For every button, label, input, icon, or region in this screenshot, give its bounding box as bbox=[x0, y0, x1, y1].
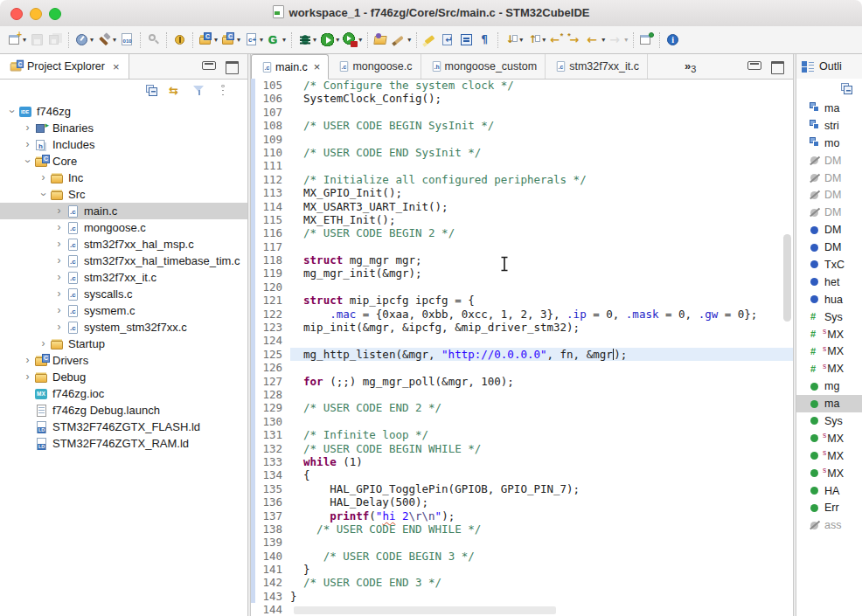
code-text[interactable]: } bbox=[290, 563, 793, 576]
outline-item-dm-5[interactable]: DM bbox=[796, 186, 862, 204]
code-text[interactable] bbox=[290, 388, 793, 401]
view-menu-icon[interactable] bbox=[216, 84, 230, 98]
tree-item-mongoose-c[interactable]: ›mongoose.c bbox=[0, 219, 247, 236]
outline-item-dm-8[interactable]: DM bbox=[796, 239, 862, 256]
outline-item-ma-17[interactable]: ma bbox=[796, 395, 862, 412]
line-number[interactable]: 111 bbox=[255, 159, 290, 172]
line-number[interactable]: 121 bbox=[255, 294, 290, 307]
outline-item-het-10[interactable]: het bbox=[796, 273, 862, 291]
maximize-view-icon[interactable] bbox=[771, 61, 784, 74]
code-text[interactable]: HAL_GPIO_TogglePin(GPIOB, GPIO_PIN_7); bbox=[290, 482, 793, 495]
dropdown-caret[interactable]: ▾ bbox=[113, 36, 116, 44]
new-c-project-button[interactable]: ▾ bbox=[197, 30, 219, 51]
dropdown-caret[interactable]: ▾ bbox=[407, 36, 411, 44]
highlight-button[interactable] bbox=[421, 30, 439, 51]
code-text[interactable] bbox=[290, 536, 793, 549]
code-text[interactable]: MX_ETH_Init(); bbox=[290, 213, 793, 226]
outline-item-stri-1[interactable]: stri bbox=[796, 117, 862, 135]
outline-item-ha-22[interactable]: HA bbox=[796, 482, 862, 500]
new-c-file-button[interactable]: ▾ bbox=[242, 30, 265, 51]
tree-item-f746zg-debug-launch[interactable]: f746zg Debug.launch bbox=[0, 402, 247, 419]
code-text[interactable] bbox=[290, 415, 793, 428]
expand-arrow[interactable]: › bbox=[52, 286, 66, 302]
tree-item-stm32f746zgtx-ram-ld[interactable]: STM32F746ZGTX_RAM.ld bbox=[0, 435, 247, 452]
line-number[interactable]: 107 bbox=[255, 106, 290, 119]
previous-edit-location-button[interactable] bbox=[547, 30, 566, 51]
dropdown-caret[interactable]: ▾ bbox=[90, 36, 94, 44]
expand-arrow[interactable]: › bbox=[21, 120, 34, 136]
expand-arrow[interactable]: › bbox=[52, 253, 66, 269]
code-text[interactable] bbox=[290, 106, 793, 119]
expand-arrow[interactable]: › bbox=[37, 170, 50, 186]
link-with-editor-icon[interactable] bbox=[169, 84, 183, 98]
dropdown-caret[interactable]: ▾ bbox=[282, 36, 286, 44]
code-editor[interactable]: 105 /* Configure the system clock */106 … bbox=[251, 79, 793, 616]
line-number[interactable]: 119 bbox=[255, 266, 290, 280]
dropdown-caret[interactable]: ▾ bbox=[601, 36, 605, 44]
line-number[interactable]: 122 bbox=[255, 308, 290, 321]
code-text[interactable]: while (1) bbox=[290, 455, 793, 468]
maximize-view-icon[interactable] bbox=[226, 61, 239, 74]
tree-item-drivers[interactable]: ›Drivers bbox=[0, 352, 247, 369]
tree-item-core[interactable]: ›Core bbox=[0, 153, 247, 170]
debug-button[interactable]: ▾ bbox=[295, 30, 318, 51]
code-text[interactable] bbox=[290, 334, 793, 347]
outline-item-mx-13[interactable]: sMX bbox=[796, 326, 862, 343]
line-number[interactable]: 136 bbox=[255, 495, 290, 509]
line-number[interactable]: 140 bbox=[255, 550, 290, 563]
line-number[interactable]: 137 bbox=[255, 509, 290, 523]
previous-annotation-button[interactable]: ▾ bbox=[525, 30, 547, 51]
code-text[interactable]: /* Infinite loop */ bbox=[290, 428, 793, 441]
dropdown-caret[interactable]: ▾ bbox=[519, 36, 523, 44]
collapse-all-icon[interactable] bbox=[145, 84, 159, 98]
outline-item-ma-0[interactable]: ma bbox=[796, 100, 862, 117]
code-text[interactable]: mip_init(&mgr, &ipcfg, &mip_driver_stm32… bbox=[290, 321, 793, 334]
line-number[interactable]: 131 bbox=[255, 428, 290, 441]
minimize-view-icon[interactable] bbox=[202, 61, 216, 70]
line-number[interactable]: 126 bbox=[255, 361, 290, 374]
tree-item-f746zg-ioc[interactable]: f746zg.ioc bbox=[0, 385, 247, 402]
outline-item-hua-11[interactable]: hua bbox=[796, 291, 862, 308]
tree-item-sysmem-c[interactable]: ›sysmem.c bbox=[0, 302, 247, 319]
code-text[interactable]: { bbox=[290, 468, 793, 481]
line-number[interactable]: 129 bbox=[255, 401, 290, 414]
tab-outline[interactable]: Outli bbox=[796, 54, 842, 79]
build-binary-button[interactable] bbox=[118, 30, 136, 51]
line-number[interactable]: 106 bbox=[255, 92, 290, 105]
outline-item-dm-7[interactable]: DM bbox=[796, 221, 862, 239]
code-text[interactable]: /* USER CODE BEGIN 3 */ bbox=[290, 550, 793, 563]
editor-tab-stm32f7xx-it-c[interactable]: stm32f7xx_it.c bbox=[546, 54, 648, 79]
line-number[interactable]: 114 bbox=[255, 200, 290, 213]
build-button[interactable]: ▾ bbox=[95, 30, 118, 51]
line-number[interactable]: 120 bbox=[255, 280, 290, 294]
outline-item-mg-16[interactable]: mg bbox=[796, 377, 862, 395]
outline-item-txc-9[interactable]: TxC bbox=[796, 256, 862, 273]
dropdown-caret[interactable]: ▾ bbox=[237, 36, 240, 44]
open-element-button[interactable] bbox=[372, 30, 390, 51]
minimize-view-icon[interactable] bbox=[747, 61, 761, 70]
line-number[interactable]: 117 bbox=[255, 240, 290, 253]
line-number[interactable]: 141 bbox=[255, 563, 290, 576]
vertical-scrollbar[interactable] bbox=[783, 234, 791, 322]
code-text[interactable]: /* USER CODE END SysInit */ bbox=[290, 146, 793, 159]
code-text[interactable]: /* USER CODE END WHILE */ bbox=[290, 523, 793, 536]
code-text[interactable]: MX_GPIO_Init(); bbox=[290, 186, 793, 199]
expand-arrow[interactable]: › bbox=[52, 203, 66, 219]
outline-item-sys-18[interactable]: Sys bbox=[796, 412, 862, 430]
code-text[interactable]: /* USER CODE BEGIN 2 */ bbox=[290, 226, 793, 239]
collapse-all-icon[interactable] bbox=[840, 82, 854, 96]
line-number[interactable]: 143 bbox=[255, 590, 290, 603]
dropdown-caret[interactable]: ▾ bbox=[23, 36, 26, 44]
tree-item-includes[interactable]: ›Includes bbox=[0, 136, 247, 153]
code-text[interactable]: /* USER CODE BEGIN SysInit */ bbox=[290, 119, 793, 132]
run-button[interactable]: ▾ bbox=[318, 30, 341, 51]
show-selected-element-button[interactable] bbox=[457, 30, 476, 51]
tree-item-binaries[interactable]: ›Binaries bbox=[0, 120, 247, 136]
code-text[interactable]: HAL_Delay(500); bbox=[290, 495, 793, 509]
line-number[interactable]: 142 bbox=[255, 576, 290, 589]
code-text[interactable]: struct mg_mgr mgr; bbox=[290, 253, 793, 266]
line-number[interactable]: 105 bbox=[255, 79, 290, 92]
outline-item-mo-2[interactable]: mo bbox=[796, 135, 862, 152]
tab-project-explorer[interactable]: Project Explorer × bbox=[0, 54, 129, 79]
expand-arrow[interactable]: › bbox=[52, 219, 66, 236]
